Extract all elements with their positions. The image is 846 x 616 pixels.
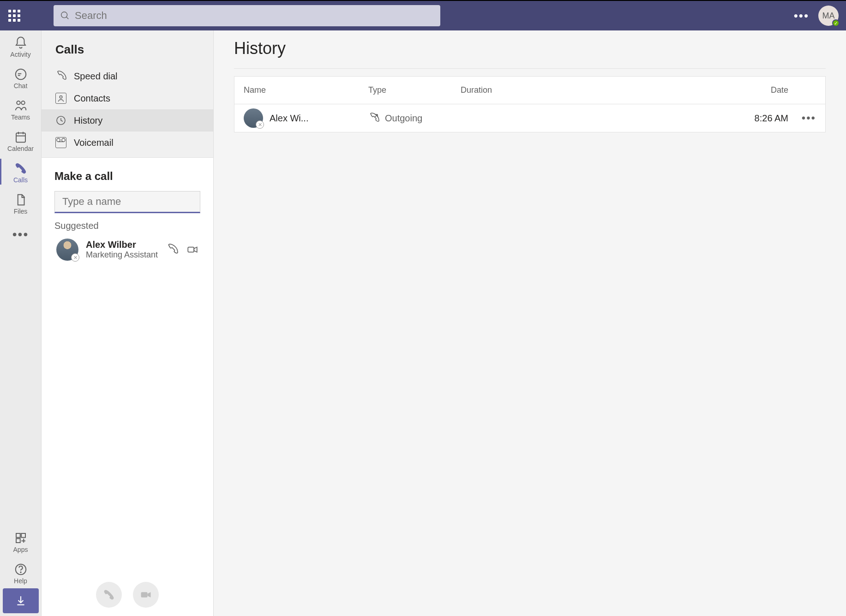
rail-more-icon[interactable]: ••• xyxy=(0,219,41,250)
clock-icon xyxy=(55,115,66,126)
svg-rect-10 xyxy=(21,533,25,538)
nav-label: Voicemail xyxy=(74,138,114,148)
contact-avatar: ✕ xyxy=(56,239,78,261)
nav-label: Speed dial xyxy=(74,71,118,82)
avatar-initials: MA xyxy=(822,11,835,21)
nav-label: Contacts xyxy=(74,93,110,104)
rail-item-calendar[interactable]: Calendar xyxy=(0,125,41,156)
help-icon xyxy=(14,562,28,576)
download-button[interactable] xyxy=(3,588,39,613)
row-type-text: Outgoing xyxy=(385,113,422,124)
outgoing-call-icon xyxy=(368,113,379,124)
make-call-title: Make a call xyxy=(54,170,200,183)
svg-rect-11 xyxy=(16,538,20,543)
svg-point-16 xyxy=(57,138,60,142)
nav-history[interactable]: History xyxy=(42,109,213,132)
app-launcher-icon[interactable] xyxy=(7,9,21,23)
top-right-controls: ••• MA xyxy=(794,6,839,26)
phone-icon xyxy=(14,161,28,175)
calendar-icon xyxy=(14,130,28,144)
phone-filled-icon xyxy=(102,588,115,601)
row-name-text: Alex Wi... xyxy=(270,113,308,124)
rail-item-calls[interactable]: Calls xyxy=(0,156,41,187)
history-table: Name Type Duration Date ✕ Alex Wi... Out… xyxy=(234,76,826,132)
contacts-icon xyxy=(55,93,66,104)
rail-item-apps[interactable]: Apps xyxy=(0,526,41,557)
svg-line-1 xyxy=(66,17,69,19)
history-header-row: Name Type Duration Date xyxy=(234,77,825,104)
svg-rect-9 xyxy=(16,533,20,538)
history-row[interactable]: ✕ Alex Wi... Outgoing 8:26 AM ••• xyxy=(234,104,825,132)
contact-actions xyxy=(166,244,198,256)
rail-label: Calls xyxy=(13,176,28,184)
voicemail-icon xyxy=(55,137,66,148)
phone-outline-icon xyxy=(55,71,66,82)
calls-panel: Calls Speed dial Contacts History Voicem… xyxy=(42,30,214,616)
rail-item-help[interactable]: Help xyxy=(0,557,41,588)
presence-offline-icon: ✕ xyxy=(256,120,264,129)
download-icon xyxy=(15,595,27,607)
make-call-panel: Make a call Suggested ✕ Alex Wilber Mark… xyxy=(42,158,213,616)
page-title: History xyxy=(234,39,826,69)
video-filled-icon xyxy=(139,588,152,601)
col-date: Date xyxy=(771,85,788,95)
nav-speed-dial[interactable]: Speed dial xyxy=(42,65,213,87)
svg-point-13 xyxy=(20,572,21,573)
svg-point-17 xyxy=(62,138,65,142)
video-call-icon[interactable] xyxy=(186,244,198,256)
svg-point-0 xyxy=(61,12,67,18)
row-date-cell: 8:26 AM xyxy=(755,113,788,124)
call-buttons xyxy=(54,582,200,610)
svg-point-2 xyxy=(15,69,26,80)
contact-title: Marketing Assistant xyxy=(86,250,159,260)
row-avatar: ✕ xyxy=(244,108,263,128)
calls-title: Calls xyxy=(42,30,213,65)
nav-voicemail[interactable]: Voicemail xyxy=(42,132,213,154)
rail-label: Calendar xyxy=(7,145,34,152)
col-name: Name xyxy=(244,85,368,95)
teams-icon xyxy=(14,99,28,113)
search-input[interactable] xyxy=(75,10,434,22)
top-bar: ••• MA xyxy=(0,0,846,30)
rail-item-activity[interactable]: Activity xyxy=(0,30,41,62)
presence-offline-icon: ✕ xyxy=(71,253,79,262)
svg-point-14 xyxy=(60,96,62,99)
row-more-icon[interactable]: ••• xyxy=(788,112,816,125)
svg-rect-5 xyxy=(16,133,25,142)
more-options-icon[interactable]: ••• xyxy=(794,9,809,23)
col-type: Type xyxy=(368,85,461,95)
audio-call-icon[interactable] xyxy=(166,244,178,256)
file-icon xyxy=(14,193,28,207)
audio-call-button[interactable] xyxy=(96,582,122,608)
app-rail: Activity Chat Teams Calendar Calls Files… xyxy=(0,30,42,616)
rail-label: Files xyxy=(14,208,28,215)
rail-item-files[interactable]: Files xyxy=(0,187,41,219)
calls-nav: Calls Speed dial Contacts History Voicem… xyxy=(42,30,213,158)
video-call-button[interactable] xyxy=(133,582,159,608)
rail-item-teams[interactable]: Teams xyxy=(0,93,41,125)
apps-icon xyxy=(14,531,28,545)
svg-rect-19 xyxy=(188,247,194,252)
svg-point-3 xyxy=(17,101,20,105)
contact-info: Alex Wilber Marketing Assistant xyxy=(86,239,159,260)
nav-contacts[interactable]: Contacts xyxy=(42,87,213,109)
bell-icon xyxy=(14,36,28,50)
contact-name: Alex Wilber xyxy=(86,239,159,250)
user-avatar[interactable]: MA xyxy=(818,6,839,26)
main-area: Activity Chat Teams Calendar Calls Files… xyxy=(0,30,846,616)
name-input[interactable] xyxy=(54,191,200,213)
row-name-cell: ✕ Alex Wi... xyxy=(244,108,368,128)
content-area: History Name Type Duration Date ✕ Alex W… xyxy=(214,30,846,616)
chat-icon xyxy=(14,67,28,81)
search-icon xyxy=(60,11,70,21)
rail-item-chat[interactable]: Chat xyxy=(0,62,41,93)
svg-point-4 xyxy=(21,101,25,105)
rail-label: Activity xyxy=(10,51,30,58)
svg-rect-20 xyxy=(141,592,148,598)
suggested-contact[interactable]: ✕ Alex Wilber Marketing Assistant xyxy=(54,236,200,263)
suggested-label: Suggested xyxy=(54,221,200,231)
col-duration: Duration xyxy=(461,85,771,95)
search-box[interactable] xyxy=(54,5,440,26)
nav-label: History xyxy=(74,115,102,126)
rail-label: Help xyxy=(14,577,27,585)
